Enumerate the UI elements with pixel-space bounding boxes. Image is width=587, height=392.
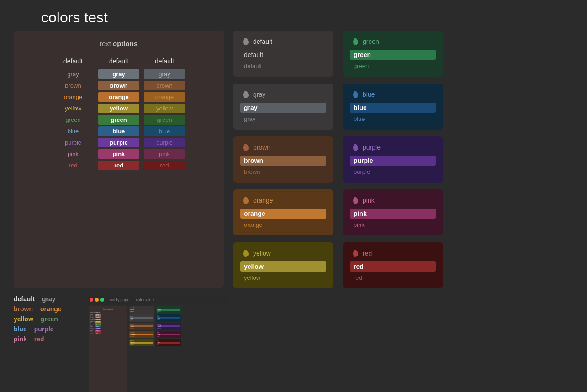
leaf-icon: [240, 143, 249, 152]
list-item: pink: [98, 149, 139, 159]
card-highlight: brown: [240, 156, 326, 166]
cards-right-column: green green green blue blue blue purple …: [343, 31, 443, 288]
card-highlight: yellow: [240, 261, 326, 272]
card-subtitle: red: [350, 273, 436, 282]
list-item: yellow: [144, 104, 185, 113]
bg-column: default gray brown orange yellow green b…: [144, 57, 185, 170]
plain-column: default gray brown orange yellow green b…: [53, 57, 94, 170]
card-green: green green green: [343, 31, 443, 77]
card-subtitle: brown: [240, 167, 326, 176]
card-blue: blue blue blue: [343, 84, 443, 130]
bg-column-header: default: [144, 57, 185, 66]
bottom-row: pink red: [14, 335, 78, 343]
list-item: default: [14, 295, 35, 303]
card-subtitle: orange: [240, 220, 326, 229]
leaf-icon: [240, 249, 249, 258]
card-title: orange: [253, 197, 273, 204]
cards-left-column: default default default gray gray gray b…: [233, 31, 333, 288]
bottom-row: yellow green: [14, 315, 78, 323]
card-highlight: pink: [350, 209, 436, 219]
card-purple: purple purple purple: [343, 136, 443, 183]
list-item: green: [41, 315, 58, 323]
card-subtitle: blue: [350, 115, 436, 123]
card-title: green: [363, 38, 379, 45]
list-item: yellow: [53, 104, 94, 113]
list-item: blue: [144, 126, 185, 136]
card-highlight: red: [350, 261, 436, 272]
text-options-panel: text options default gray brown orange y…: [14, 31, 224, 288]
list-item: green: [53, 115, 94, 125]
list-item: green: [144, 115, 185, 125]
list-item: red: [34, 335, 44, 343]
list-item: brown: [144, 81, 185, 90]
list-item: orange: [98, 92, 139, 102]
card-yellow: yellow yellow yellow: [233, 242, 333, 288]
card-highlight: default: [240, 50, 326, 60]
thumbnail-preview: notify.page — colors test text options d…: [87, 295, 228, 392]
card-red: red red red: [343, 242, 443, 288]
card-brown: brown brown brown: [233, 136, 333, 183]
card-pink: pink pink pink: [343, 189, 443, 235]
list-item: purple: [34, 325, 54, 333]
leaf-icon: [350, 143, 359, 152]
card-title: default: [253, 38, 272, 45]
bottom-row: default gray: [14, 295, 78, 303]
card-subtitle: green: [350, 62, 436, 70]
list-item: orange: [144, 92, 185, 102]
list-item: gray: [53, 69, 94, 79]
list-item: green: [98, 115, 139, 125]
card-subtitle: yellow: [240, 273, 326, 282]
card-title: yellow: [253, 250, 271, 257]
bottom-row: blue purple: [14, 325, 78, 333]
bold-column: default gray brown orange yellow green b…: [98, 57, 139, 170]
card-highlight: orange: [240, 209, 326, 219]
list-item: red: [144, 161, 185, 170]
card-subtitle: purple: [350, 167, 436, 176]
list-item: blue: [14, 325, 27, 333]
card-default: default default default: [233, 31, 333, 77]
list-item: blue: [98, 126, 139, 136]
list-item: yellow: [14, 315, 33, 323]
list-item: brown: [14, 305, 33, 313]
list-item: purple: [144, 138, 185, 147]
list-item: purple: [98, 138, 139, 147]
card-subtitle: gray: [240, 115, 326, 123]
leaf-icon: [240, 37, 249, 46]
list-item: gray: [98, 69, 139, 79]
card-title: blue: [363, 91, 375, 98]
list-item: red: [53, 161, 94, 170]
bold-column-header: default: [98, 57, 139, 66]
leaf-icon: [240, 90, 249, 99]
leaf-icon: [350, 37, 359, 46]
list-item: pink: [144, 149, 185, 159]
page-title: colors test: [0, 0, 587, 31]
list-item: pink: [53, 149, 94, 159]
card-orange: orange orange orange: [233, 189, 333, 235]
list-item: purple: [53, 138, 94, 147]
list-item: brown: [98, 81, 139, 90]
text-options-title: text options: [23, 40, 215, 47]
card-gray: gray gray gray: [233, 84, 333, 130]
list-item: red: [98, 161, 139, 170]
list-item: gray: [42, 295, 56, 303]
list-item: orange: [40, 305, 62, 313]
card-highlight: gray: [240, 103, 326, 113]
leaf-icon: [350, 249, 359, 258]
card-subtitle: pink: [350, 220, 436, 229]
list-item: pink: [14, 335, 27, 343]
list-item: yellow: [98, 104, 139, 113]
bottom-section: default gray brown orange yellow green b…: [0, 288, 587, 392]
list-item: blue: [53, 126, 94, 136]
card-title: brown: [253, 144, 270, 151]
card-title: pink: [363, 197, 375, 204]
card-title: red: [363, 250, 372, 257]
bottom-row: brown orange: [14, 305, 78, 313]
leaf-icon: [240, 196, 249, 205]
list-item: gray: [144, 69, 185, 79]
card-title: gray: [253, 91, 265, 98]
list-item: brown: [53, 81, 94, 90]
columns-container: default gray brown orange yellow green b…: [23, 57, 215, 170]
card-title: purple: [363, 144, 381, 151]
list-item: orange: [53, 92, 94, 102]
leaf-icon: [350, 196, 359, 205]
